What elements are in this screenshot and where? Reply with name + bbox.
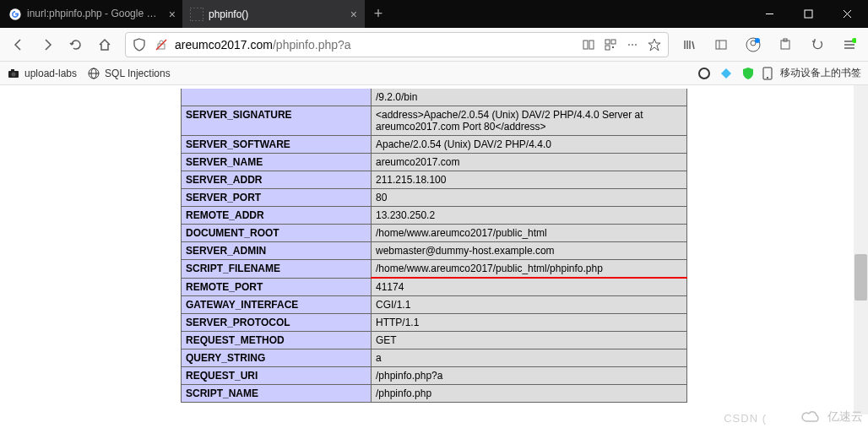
table-row: /9.2.0/bin bbox=[182, 89, 687, 106]
env-key bbox=[182, 89, 372, 106]
table-row: SERVER_NAMEareumco2017.com bbox=[182, 154, 687, 171]
extensions-icon[interactable] bbox=[772, 31, 799, 58]
env-key: SERVER_PROTOCOL bbox=[182, 314, 372, 332]
env-value: HTTP/1.1 bbox=[372, 314, 687, 332]
env-key: REMOTE_ADDR bbox=[182, 207, 372, 225]
svg-rect-8 bbox=[583, 41, 588, 49]
blank-favicon-icon bbox=[190, 8, 203, 21]
env-key: SCRIPT_NAME bbox=[182, 385, 372, 403]
close-window-button[interactable] bbox=[827, 0, 866, 28]
tab-title: phpinfo() bbox=[209, 8, 345, 20]
csdn-watermark: CSDN ( bbox=[724, 412, 767, 425]
table-row: QUERY_STRINGa bbox=[182, 349, 687, 367]
table-row: SCRIPT_FILENAME/home/www.areumco2017/pub… bbox=[182, 260, 687, 279]
table-row: SERVER_PROTOCOLHTTP/1.1 bbox=[182, 314, 687, 332]
env-value: <address>Apache/2.0.54 (Unix) DAV/2 PHP/… bbox=[372, 106, 687, 136]
library-icon[interactable] bbox=[675, 31, 703, 58]
table-row: REMOTE_ADDR13.230.250.2 bbox=[182, 207, 687, 225]
env-value: 41174 bbox=[372, 278, 687, 296]
forward-button[interactable] bbox=[34, 31, 61, 58]
env-key: REQUEST_METHOD bbox=[182, 332, 372, 349]
camera-icon bbox=[7, 67, 20, 80]
env-key: QUERY_STRING bbox=[182, 349, 372, 367]
env-value: a bbox=[372, 349, 687, 367]
svg-rect-10 bbox=[605, 40, 610, 44]
menu-button[interactable] bbox=[836, 31, 863, 58]
svg-marker-36 bbox=[721, 68, 731, 79]
qr-icon[interactable] bbox=[602, 38, 619, 51]
yisuyun-watermark: 亿速云 bbox=[800, 409, 863, 425]
env-key: SERVER_ADMIN bbox=[182, 242, 372, 260]
svg-rect-12 bbox=[605, 46, 610, 50]
undo-icon[interactable] bbox=[804, 31, 831, 58]
env-value: areumco2017.com bbox=[372, 154, 687, 171]
table-row: REMOTE_PORT41174 bbox=[182, 278, 687, 296]
env-value: /home/www.areumco2017/public_html bbox=[372, 225, 687, 242]
env-value: Apache/2.0.54 (Unix) DAV/2 PHP/4.4.0 bbox=[372, 136, 687, 154]
account-icon[interactable] bbox=[740, 31, 767, 58]
table-row: SERVER_SOFTWAREApache/2.0.54 (Unix) DAV/… bbox=[182, 136, 687, 154]
maximize-button[interactable] bbox=[789, 0, 827, 28]
table-row: SERVER_ADDR211.215.18.100 bbox=[182, 171, 687, 189]
svg-point-35 bbox=[699, 68, 709, 79]
table-row: SERVER_SIGNATURE<address>Apache/2.0.54 (… bbox=[182, 106, 687, 136]
close-icon[interactable]: × bbox=[350, 8, 357, 21]
shield-icon[interactable] bbox=[131, 38, 148, 51]
svg-line-17 bbox=[692, 41, 694, 49]
svg-rect-3 bbox=[805, 10, 812, 18]
page-actions-icon[interactable]: ⋯ bbox=[624, 39, 641, 51]
env-key: SERVER_SOFTWARE bbox=[182, 136, 372, 154]
home-button[interactable] bbox=[91, 31, 118, 58]
reload-button[interactable] bbox=[62, 31, 90, 58]
page-content[interactable]: /9.2.0/binSERVER_SIGNATURE<address>Apach… bbox=[0, 85, 868, 428]
bookmark-upload-labs[interactable]: upload-labs bbox=[7, 67, 77, 80]
url-text[interactable]: areumco2017.com/phpinfo.php?a bbox=[175, 38, 575, 51]
cloud-icon bbox=[800, 409, 822, 425]
table-row: SCRIPT_NAME/phpinfo.php bbox=[182, 385, 687, 403]
bookmark-label: 移动设备上的书签 bbox=[780, 66, 861, 80]
ext-icon-2[interactable] bbox=[719, 66, 734, 81]
google-favicon-icon bbox=[8, 8, 22, 21]
table-row: DOCUMENT_ROOT/home/www.areumco2017/publi… bbox=[182, 225, 687, 242]
insecure-lock-icon[interactable] bbox=[153, 38, 170, 51]
env-key: SERVER_SIGNATURE bbox=[182, 106, 372, 136]
env-value: 13.230.250.2 bbox=[372, 207, 687, 225]
table-row: GATEWAY_INTERFACECGI/1.1 bbox=[182, 296, 687, 314]
ext-icon-3[interactable] bbox=[741, 66, 756, 81]
window-controls bbox=[750, 0, 866, 28]
tab-phpinfo[interactable]: phpinfo() × bbox=[183, 0, 365, 28]
sidebar-icon[interactable] bbox=[708, 31, 735, 58]
mobile-bookmarks[interactable]: 移动设备上的书签 bbox=[762, 66, 861, 80]
env-value: 211.215.18.100 bbox=[372, 171, 687, 189]
svg-point-30 bbox=[12, 72, 16, 76]
svg-rect-1 bbox=[190, 8, 203, 21]
minimize-button[interactable] bbox=[750, 0, 789, 28]
env-key: SERVER_ADDR bbox=[182, 171, 372, 189]
bookmark-label: SQL Injections bbox=[105, 68, 171, 79]
tab-google-search[interactable]: inurl:phpinfo.php - Google 검색 × bbox=[2, 0, 183, 28]
table-row: REQUEST_URI/phpinfo.php?a bbox=[182, 367, 687, 385]
tab-title: inurl:phpinfo.php - Google 검색 bbox=[27, 7, 164, 21]
bookmark-sql-injections[interactable]: SQL Injections bbox=[87, 67, 171, 80]
globe-icon bbox=[87, 67, 100, 80]
new-tab-button[interactable]: + bbox=[365, 0, 392, 28]
env-key: SERVER_NAME bbox=[182, 154, 372, 171]
address-bar[interactable]: areumco2017.com/phpinfo.php?a ⋯ bbox=[125, 32, 669, 57]
bookmark-label: upload-labs bbox=[24, 68, 77, 79]
scrollbar-thumb[interactable] bbox=[854, 254, 867, 301]
env-value: /home/www.areumco2017/public_html/phpinf… bbox=[372, 260, 687, 279]
svg-point-21 bbox=[751, 41, 756, 46]
scrollbar-track[interactable] bbox=[854, 85, 868, 414]
env-value: webmaster@dummy-host.example.com bbox=[372, 242, 687, 260]
table-row: SERVER_PORT80 bbox=[182, 189, 687, 207]
bookmark-star-icon[interactable] bbox=[646, 38, 663, 51]
env-key: DOCUMENT_ROOT bbox=[182, 225, 372, 242]
reader-mode-icon[interactable] bbox=[580, 38, 597, 51]
tab-bar: inurl:phpinfo.php - Google 검색 × phpinfo(… bbox=[0, 0, 868, 28]
close-icon[interactable]: × bbox=[169, 8, 176, 21]
env-key: GATEWAY_INTERFACE bbox=[182, 296, 372, 314]
back-button[interactable] bbox=[5, 31, 32, 58]
svg-point-22 bbox=[755, 38, 760, 43]
ext-icon-1[interactable] bbox=[697, 66, 712, 81]
toolbar-right bbox=[675, 31, 863, 58]
